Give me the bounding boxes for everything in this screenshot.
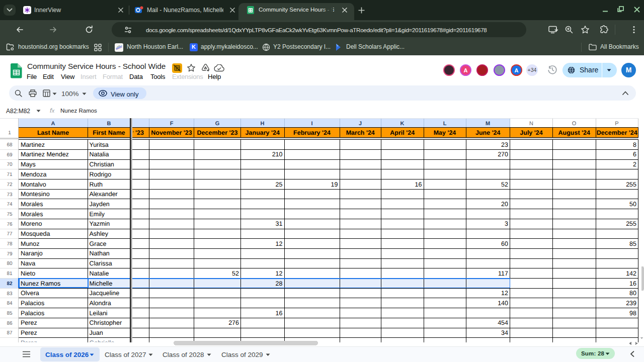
svg-text:6: 6 — [633, 151, 636, 158]
svg-text:G: G — [215, 121, 220, 127]
svg-text:April '24: April '24 — [390, 129, 415, 136]
svg-text:Martinez: Martinez — [21, 141, 45, 148]
svg-text:70: 70 — [7, 162, 13, 167]
svg-text:Juan: Juan — [90, 329, 103, 336]
svg-text:L: L — [443, 121, 447, 127]
svg-text:12: 12 — [501, 290, 508, 297]
svg-text:80: 80 — [629, 290, 636, 297]
svg-text:K: K — [400, 121, 405, 127]
svg-text:Mosqueda: Mosqueda — [21, 230, 50, 237]
svg-text:Mays: Mays — [21, 161, 36, 168]
svg-text:Nathan: Nathan — [90, 250, 110, 257]
svg-text:52: 52 — [232, 270, 239, 277]
svg-text:O: O — [572, 121, 577, 127]
svg-text:Michelle: Michelle — [90, 280, 113, 287]
svg-text:Olvera: Olvera — [21, 290, 39, 297]
svg-text:12: 12 — [276, 270, 283, 277]
svg-text:I: I — [311, 121, 312, 127]
svg-text:Nunez Ramos: Nunez Ramos — [21, 280, 60, 287]
svg-text:H: H — [261, 121, 265, 127]
svg-text:60: 60 — [501, 240, 508, 247]
svg-text:Ashley: Ashley — [90, 230, 109, 237]
svg-text:February '24: February '24 — [293, 129, 331, 136]
svg-text:270: 270 — [498, 151, 508, 158]
svg-text:Emily: Emily — [90, 211, 105, 218]
svg-text:85: 85 — [629, 240, 636, 247]
svg-text:52: 52 — [501, 181, 508, 188]
svg-text:Last Name: Last Name — [37, 129, 69, 136]
svg-text:239: 239 — [626, 300, 636, 307]
svg-text:Ruth: Ruth — [90, 181, 103, 188]
svg-text:84: 84 — [7, 301, 13, 306]
svg-text:76: 76 — [7, 222, 13, 227]
svg-text:71: 71 — [7, 172, 13, 177]
svg-text:A: A — [51, 121, 55, 127]
svg-text:Perez: Perez — [21, 319, 37, 326]
svg-text:Palacios: Palacios — [21, 300, 44, 307]
svg-text:255: 255 — [626, 181, 636, 188]
svg-text:Christian: Christian — [90, 161, 114, 168]
svg-text:79: 79 — [7, 251, 13, 257]
svg-text:Nava: Nava — [21, 260, 35, 267]
svg-text:16: 16 — [415, 181, 422, 188]
svg-text:Moreno: Moreno — [21, 220, 42, 227]
svg-text:Naranjo: Naranjo — [21, 250, 43, 257]
svg-text:78: 78 — [7, 241, 13, 247]
svg-text:3: 3 — [505, 220, 508, 227]
svg-text:23: 23 — [501, 141, 508, 148]
svg-text:19: 19 — [331, 181, 338, 188]
svg-text:69: 69 — [7, 152, 13, 158]
svg-text:N: N — [529, 121, 533, 127]
svg-text:210: 210 — [272, 151, 283, 158]
svg-text:Leilani: Leilani — [90, 310, 108, 317]
svg-text:25: 25 — [276, 181, 283, 188]
svg-text:July '24: July '24 — [520, 129, 542, 136]
svg-text:2: 2 — [633, 161, 636, 168]
svg-text:83: 83 — [7, 291, 13, 297]
svg-text:140: 140 — [498, 300, 508, 307]
svg-text:31: 31 — [276, 220, 283, 227]
svg-text:20: 20 — [501, 201, 508, 208]
svg-text:Palacios: Palacios — [21, 310, 44, 317]
svg-text:86: 86 — [7, 321, 13, 326]
svg-text:November '23: November '23 — [151, 129, 192, 136]
svg-text:98: 98 — [629, 310, 636, 317]
svg-text:Nieto: Nieto — [21, 270, 35, 277]
svg-text:77: 77 — [7, 231, 13, 237]
svg-text:May '24: May '24 — [434, 129, 456, 136]
svg-text:Clarissa: Clarissa — [90, 260, 112, 267]
svg-text:Rodrigo: Rodrigo — [90, 171, 112, 178]
svg-text:34: 34 — [501, 329, 508, 336]
svg-text:January '24: January '24 — [246, 129, 280, 136]
svg-text:Munoz: Munoz — [21, 240, 40, 247]
svg-text:75: 75 — [7, 212, 13, 217]
svg-text:Natalie: Natalie — [90, 270, 109, 277]
svg-text:16: 16 — [629, 280, 636, 287]
svg-text:First Name: First Name — [93, 129, 125, 136]
svg-text:Alondra: Alondra — [90, 300, 111, 307]
svg-text:Mendoza: Mendoza — [21, 171, 46, 178]
svg-text:December '24: December '24 — [597, 129, 637, 136]
svg-text:Christopher: Christopher — [90, 319, 122, 326]
svg-text:Alexander: Alexander — [90, 191, 118, 198]
svg-text:72: 72 — [7, 182, 13, 188]
svg-text:December '23: December '23 — [197, 129, 238, 136]
svg-text:F: F — [170, 121, 174, 127]
svg-text:March '24: March '24 — [346, 129, 375, 136]
svg-text:87: 87 — [7, 330, 13, 336]
svg-text:August '24: August '24 — [558, 129, 590, 136]
svg-text:28: 28 — [276, 280, 283, 287]
svg-text:B: B — [107, 121, 111, 127]
svg-text:Yuritsa: Yuritsa — [90, 141, 109, 148]
svg-text:276: 276 — [228, 319, 239, 326]
svg-text:J: J — [359, 121, 362, 127]
svg-text:8: 8 — [633, 141, 636, 148]
svg-text:Natalia: Natalia — [90, 151, 109, 158]
svg-text:117: 117 — [498, 270, 508, 277]
svg-text:Jacqueline: Jacqueline — [90, 290, 120, 297]
svg-text:Martinez Mendez: Martinez Mendez — [21, 151, 69, 158]
svg-text:1: 1 — [8, 130, 11, 136]
svg-text:50: 50 — [629, 201, 636, 208]
svg-text:142: 142 — [626, 270, 636, 277]
svg-text:Montalvo: Montalvo — [21, 181, 46, 188]
